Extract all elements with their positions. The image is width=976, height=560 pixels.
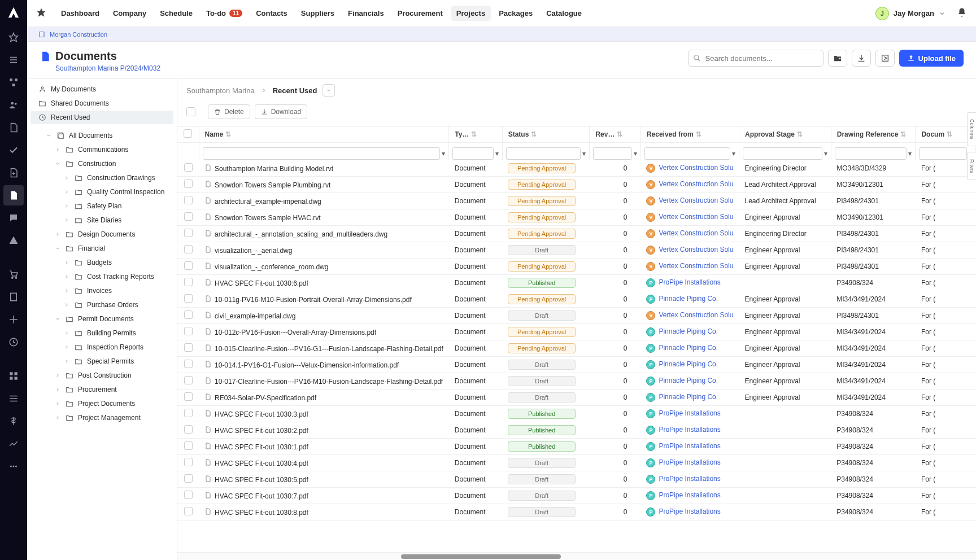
cell-name[interactable]: visualization_-_aerial.dwg <box>199 242 449 259</box>
row-checkbox[interactable] <box>184 343 193 352</box>
nav-page-icon[interactable] <box>3 287 24 307</box>
filter-input-4[interactable] <box>644 147 730 160</box>
cell-from[interactable]: VVertex Construction Solu <box>640 259 739 275</box>
nav-trend-icon[interactable] <box>3 434 24 454</box>
table-row[interactable]: Snowdon Towers Sample Plumbing.rvtDocume… <box>177 177 976 193</box>
cell-from[interactable]: VVertex Construction Solu <box>640 308 739 324</box>
cell-from[interactable]: VVertex Construction Solu <box>640 193 739 209</box>
folder-project-management[interactable]: Project Management <box>30 411 173 425</box>
expand-chevron-icon[interactable] <box>54 387 61 392</box>
expand-chevron-icon[interactable] <box>63 274 70 279</box>
folder-budgets[interactable]: Budgets <box>30 256 173 269</box>
table-row[interactable]: visualization_-_aerial.dwgDocumentDraft0… <box>177 242 976 259</box>
folder-project-documents[interactable]: Project Documents <box>30 397 173 410</box>
favorite-star-icon[interactable] <box>36 7 46 19</box>
cell-name[interactable]: Southampton Marina Building Model.rvt <box>199 160 449 177</box>
documents-table[interactable]: Name⇅Ty…⇅Status⇅Rev…⇅Received from⇅Appro… <box>177 126 976 552</box>
expand-chevron-icon[interactable] <box>63 302 70 308</box>
filter-icon[interactable]: ▾ <box>908 150 912 158</box>
app-logo-icon[interactable] <box>6 5 21 20</box>
nav-star-icon[interactable] <box>3 27 24 47</box>
expand-chevron-icon[interactable] <box>54 161 61 167</box>
filter-input-2[interactable] <box>506 147 581 160</box>
table-row[interactable]: visualization_-_conference_room.dwgDocum… <box>177 259 976 275</box>
expand-chevron-icon[interactable] <box>54 401 61 406</box>
row-checkbox[interactable] <box>184 294 193 303</box>
filter-input-3[interactable] <box>593 147 632 160</box>
folder-procurement[interactable]: Procurement <box>30 383 173 396</box>
notifications-bell-icon[interactable] <box>957 7 967 19</box>
table-row[interactable]: 10-017-Clearline-Fusion---PV16-M10-Fusio… <box>177 373 976 390</box>
table-row[interactable]: Southampton Marina Building Model.rvtDoc… <box>177 160 976 177</box>
sidebar-recent-used[interactable]: Recent Used <box>30 111 173 124</box>
cell-name[interactable]: HVAC SPEC Fit-out 1030:7.pdf <box>199 488 449 504</box>
nav-check-icon[interactable] <box>3 140 24 160</box>
cell-name[interactable]: visualization_-_conference_room.dwg <box>199 259 449 275</box>
expand-chevron-icon[interactable] <box>63 330 70 336</box>
folder-inspection-reports[interactable]: Inspection Reports <box>30 340 173 354</box>
cell-name[interactable]: HVAC SPEC Fit-out 1030:8.pdf <box>199 504 449 520</box>
share-button[interactable] <box>875 50 895 67</box>
cell-name[interactable]: 10-011g-PV16-M10-Fusion-Portrait-Overall… <box>199 291 449 308</box>
cell-from[interactable]: PPinnacle Piping Co. <box>640 340 739 357</box>
topnav-tab-packages[interactable]: Packages <box>493 6 538 21</box>
nav-ruler-icon[interactable] <box>3 309 24 330</box>
cell-name[interactable]: 10-015-Clearline-Fusion---PV16-G1---Fusi… <box>199 340 449 357</box>
breadcrumb-dropdown[interactable] <box>323 84 335 97</box>
nav-dollar-icon[interactable] <box>3 411 24 431</box>
table-row[interactable]: RE034-Solar-PV-Specification.pdfDocument… <box>177 390 976 406</box>
cell-name[interactable]: RE034-Solar-PV-Specification.pdf <box>199 390 449 406</box>
expand-chevron-icon[interactable] <box>63 189 70 195</box>
folder-construction[interactable]: Construction <box>30 157 173 170</box>
cell-name[interactable]: HVAC SPEC Fit-out 1030:1.pdf <box>199 439 449 455</box>
cell-name[interactable]: HVAC SPEC Fit-out 1030:6.pdf <box>199 275 449 291</box>
filter-icon[interactable]: ▾ <box>634 150 637 158</box>
expand-chevron-icon[interactable] <box>63 260 70 265</box>
col-header-name[interactable]: Name⇅ <box>199 126 449 143</box>
topnav-tab-suppliers[interactable]: Suppliers <box>295 6 340 21</box>
expand-chevron-icon[interactable] <box>54 231 61 237</box>
cell-name[interactable]: 10-017-Clearline-Fusion---PV16-M10-Fusio… <box>199 373 449 390</box>
cell-from[interactable]: PProPipe Installations <box>640 488 739 504</box>
cell-from[interactable]: PPinnacle Piping Co. <box>640 373 739 390</box>
table-row[interactable]: 10-015-Clearline-Fusion---PV16-G1---Fusi… <box>177 340 976 357</box>
filter-input-1[interactable] <box>452 147 493 160</box>
cell-name[interactable]: HVAC SPEC Fit-out 1030:2.pdf <box>199 422 449 439</box>
nav-rows-icon[interactable] <box>3 388 24 409</box>
topnav-tab-financials[interactable]: Financials <box>342 6 390 21</box>
col-header-received-from[interactable]: Received from⇅ <box>640 126 739 143</box>
folder-invoices[interactable]: Invoices <box>30 284 173 298</box>
upload-file-button[interactable]: Upload file <box>899 50 964 67</box>
org-name[interactable]: Morgan Construction <box>50 31 107 38</box>
search-input[interactable] <box>688 50 823 67</box>
table-row[interactable]: HVAC SPEC Fit-out 1030:5.pdfDocumentDraf… <box>177 471 976 488</box>
folder-cost-tracking-reports[interactable]: Cost Tracking Reports <box>30 270 173 283</box>
row-checkbox[interactable] <box>184 425 193 434</box>
row-checkbox[interactable] <box>184 327 193 335</box>
expand-chevron-icon[interactable] <box>63 288 70 294</box>
folder-special-permits[interactable]: Special Permits <box>30 355 173 368</box>
download-all-button[interactable] <box>852 50 871 67</box>
cell-from[interactable]: PProPipe Installations <box>640 504 739 520</box>
col-header-rev-[interactable]: Rev…⇅ <box>590 126 641 143</box>
sidebar-my-documents[interactable]: My Documents <box>30 82 173 96</box>
cell-from[interactable]: VVertex Construction Solu <box>640 177 739 193</box>
table-row[interactable]: HVAC SPEC Fit-out 1030:7.pdfDocumentDraf… <box>177 488 976 504</box>
cell-name[interactable]: Snowdon Towers Sample HVAC.rvt <box>199 209 449 226</box>
table-row[interactable]: architectural_-_annotation_scaling_and_m… <box>177 226 976 242</box>
nav-clock-icon[interactable] <box>3 332 24 352</box>
cell-from[interactable]: VVertex Construction Solu <box>640 160 739 177</box>
nav-people-icon[interactable] <box>3 95 24 115</box>
download-selected-button[interactable]: Download <box>255 104 307 119</box>
col-header-drawing-reference[interactable]: Drawing Reference⇅ <box>831 126 916 143</box>
nav-tree-icon[interactable] <box>3 72 24 93</box>
folder-financial[interactable]: Financial <box>30 242 173 255</box>
row-checkbox[interactable] <box>184 441 193 450</box>
expand-chevron-icon[interactable] <box>63 358 70 364</box>
cell-name[interactable]: HVAC SPEC Fit-out 1030:4.pdf <box>199 455 449 471</box>
cell-name[interactable]: civil_example-imperial.dwg <box>199 308 449 324</box>
select-all-checkbox[interactable] <box>186 107 195 116</box>
cell-from[interactable]: PProPipe Installations <box>640 422 739 439</box>
topnav-tab-catalogue[interactable]: Catalogue <box>541 6 587 21</box>
table-row[interactable]: HVAC SPEC Fit-out 1030:3.pdfDocumentPubl… <box>177 406 976 422</box>
